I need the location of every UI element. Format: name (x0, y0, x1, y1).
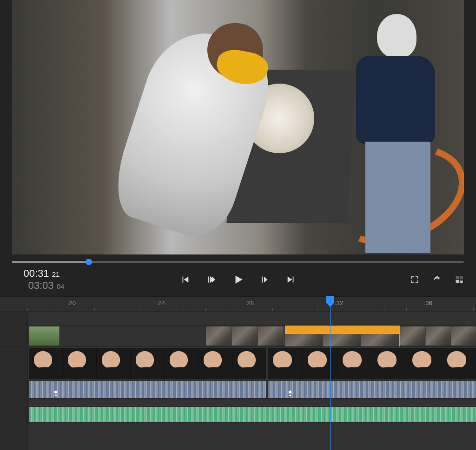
track-audio-music[interactable] (0, 406, 476, 423)
video-preview-frame[interactable] (12, 0, 464, 254)
ruler-tick: :24 (157, 300, 165, 307)
scrubber-row (0, 254, 476, 267)
track-spacer-bottom (0, 423, 476, 450)
track-audio-voice[interactable] (0, 380, 476, 399)
voice-icon (52, 390, 60, 397)
svg-point-1 (289, 391, 292, 394)
layout-icon[interactable] (455, 275, 464, 284)
timecode-current-frames: 21 (52, 270, 60, 278)
right-controls (410, 275, 464, 284)
prev-clip-icon[interactable] (180, 274, 190, 285)
transport-controls (180, 274, 296, 286)
ruler-tick: :28 (245, 300, 254, 307)
timecode-total-frames: 04 (57, 282, 65, 290)
play-icon[interactable] (232, 274, 244, 286)
video-clip[interactable] (29, 348, 266, 379)
svg-point-0 (54, 391, 58, 394)
timeline: :20:24:28:32:36 (0, 296, 476, 450)
audio-clip[interactable] (268, 381, 476, 398)
ruler-tick: :36 (424, 300, 432, 307)
audio-clip[interactable] (29, 381, 266, 398)
timecode-total-seconds: 03:03 (28, 280, 53, 291)
video-clip[interactable] (29, 326, 60, 346)
track-video-main[interactable] (0, 347, 476, 380)
fullscreen-icon[interactable] (410, 275, 419, 284)
step-back-icon[interactable] (206, 274, 216, 285)
track-spacer-mid (0, 399, 476, 406)
timecode-current-seconds: 00:31 (23, 267, 49, 279)
timeline-ruler[interactable]: :20:24:28:32:36 (0, 297, 476, 312)
track-spacer-top (0, 312, 476, 326)
ruler-tick: :32 (335, 300, 343, 307)
export-icon[interactable] (432, 275, 442, 284)
scrubber-thumb[interactable] (86, 259, 92, 265)
ruler-tick: :20 (67, 300, 76, 307)
video-clip[interactable] (268, 348, 476, 379)
scrubber-track[interactable] (12, 261, 464, 263)
timeline-playhead[interactable] (330, 297, 331, 450)
video-clip[interactable] (206, 326, 285, 346)
step-forward-icon[interactable] (260, 274, 270, 285)
voice-icon (286, 390, 294, 397)
preview-area (0, 0, 476, 254)
video-clip[interactable] (400, 326, 476, 346)
music-clip[interactable] (29, 407, 476, 422)
controls-row: 00:31 21 03:03 04 (0, 267, 476, 296)
track-video-overlay[interactable] (0, 326, 476, 347)
video-clip[interactable] (285, 326, 400, 346)
next-clip-icon[interactable] (286, 274, 296, 285)
